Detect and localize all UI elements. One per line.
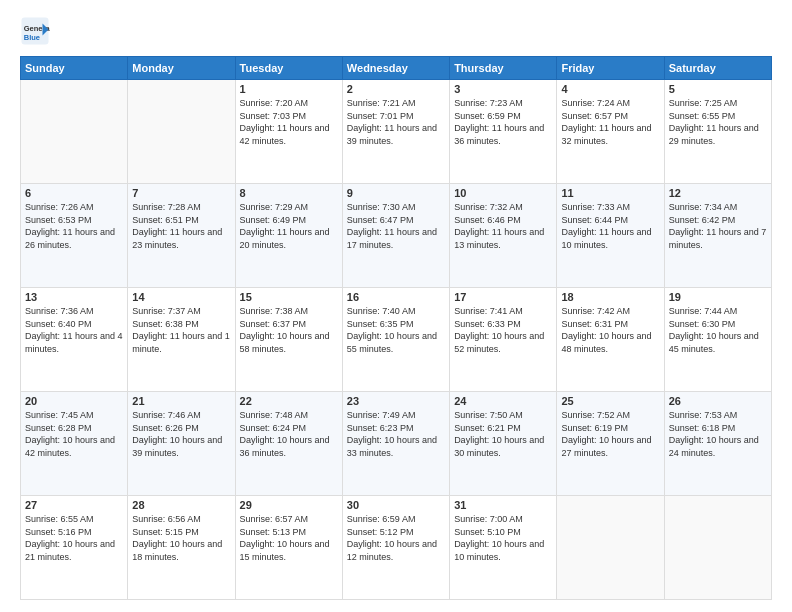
- day-info: Sunrise: 7:38 AM Sunset: 6:37 PM Dayligh…: [240, 305, 338, 355]
- day-number: 10: [454, 187, 552, 199]
- calendar-cell: 18Sunrise: 7:42 AM Sunset: 6:31 PM Dayli…: [557, 288, 664, 392]
- calendar-cell: [664, 496, 771, 600]
- day-number: 2: [347, 83, 445, 95]
- day-number: 24: [454, 395, 552, 407]
- calendar-week-4: 20Sunrise: 7:45 AM Sunset: 6:28 PM Dayli…: [21, 392, 772, 496]
- day-info: Sunrise: 7:25 AM Sunset: 6:55 PM Dayligh…: [669, 97, 767, 147]
- day-info: Sunrise: 7:00 AM Sunset: 5:10 PM Dayligh…: [454, 513, 552, 563]
- calendar-week-1: 1Sunrise: 7:20 AM Sunset: 7:03 PM Daylig…: [21, 80, 772, 184]
- weekday-header-sunday: Sunday: [21, 57, 128, 80]
- calendar-week-5: 27Sunrise: 6:55 AM Sunset: 5:16 PM Dayli…: [21, 496, 772, 600]
- day-info: Sunrise: 7:46 AM Sunset: 6:26 PM Dayligh…: [132, 409, 230, 459]
- day-info: Sunrise: 7:52 AM Sunset: 6:19 PM Dayligh…: [561, 409, 659, 459]
- calendar-cell: 27Sunrise: 6:55 AM Sunset: 5:16 PM Dayli…: [21, 496, 128, 600]
- calendar-week-3: 13Sunrise: 7:36 AM Sunset: 6:40 PM Dayli…: [21, 288, 772, 392]
- day-info: Sunrise: 7:37 AM Sunset: 6:38 PM Dayligh…: [132, 305, 230, 355]
- calendar-cell: 25Sunrise: 7:52 AM Sunset: 6:19 PM Dayli…: [557, 392, 664, 496]
- day-info: Sunrise: 7:20 AM Sunset: 7:03 PM Dayligh…: [240, 97, 338, 147]
- day-number: 23: [347, 395, 445, 407]
- day-info: Sunrise: 7:24 AM Sunset: 6:57 PM Dayligh…: [561, 97, 659, 147]
- day-number: 20: [25, 395, 123, 407]
- calendar-cell: 9Sunrise: 7:30 AM Sunset: 6:47 PM Daylig…: [342, 184, 449, 288]
- day-info: Sunrise: 6:56 AM Sunset: 5:15 PM Dayligh…: [132, 513, 230, 563]
- day-number: 8: [240, 187, 338, 199]
- calendar-cell: 14Sunrise: 7:37 AM Sunset: 6:38 PM Dayli…: [128, 288, 235, 392]
- header: General Blue: [20, 16, 772, 46]
- weekday-header-tuesday: Tuesday: [235, 57, 342, 80]
- weekday-header-thursday: Thursday: [450, 57, 557, 80]
- calendar-cell: 2Sunrise: 7:21 AM Sunset: 7:01 PM Daylig…: [342, 80, 449, 184]
- calendar-cell: [21, 80, 128, 184]
- calendar-cell: 3Sunrise: 7:23 AM Sunset: 6:59 PM Daylig…: [450, 80, 557, 184]
- day-number: 9: [347, 187, 445, 199]
- day-number: 28: [132, 499, 230, 511]
- calendar-cell: 11Sunrise: 7:33 AM Sunset: 6:44 PM Dayli…: [557, 184, 664, 288]
- calendar-cell: 19Sunrise: 7:44 AM Sunset: 6:30 PM Dayli…: [664, 288, 771, 392]
- calendar-cell: 31Sunrise: 7:00 AM Sunset: 5:10 PM Dayli…: [450, 496, 557, 600]
- calendar-cell: 4Sunrise: 7:24 AM Sunset: 6:57 PM Daylig…: [557, 80, 664, 184]
- day-number: 26: [669, 395, 767, 407]
- calendar-cell: 6Sunrise: 7:26 AM Sunset: 6:53 PM Daylig…: [21, 184, 128, 288]
- day-info: Sunrise: 6:57 AM Sunset: 5:13 PM Dayligh…: [240, 513, 338, 563]
- day-number: 12: [669, 187, 767, 199]
- day-info: Sunrise: 7:53 AM Sunset: 6:18 PM Dayligh…: [669, 409, 767, 459]
- day-info: Sunrise: 7:48 AM Sunset: 6:24 PM Dayligh…: [240, 409, 338, 459]
- day-info: Sunrise: 7:50 AM Sunset: 6:21 PM Dayligh…: [454, 409, 552, 459]
- page: General Blue SundayMondayTuesdayWednesda…: [0, 0, 792, 612]
- calendar-cell: 28Sunrise: 6:56 AM Sunset: 5:15 PM Dayli…: [128, 496, 235, 600]
- day-number: 16: [347, 291, 445, 303]
- calendar-cell: 12Sunrise: 7:34 AM Sunset: 6:42 PM Dayli…: [664, 184, 771, 288]
- day-info: Sunrise: 7:21 AM Sunset: 7:01 PM Dayligh…: [347, 97, 445, 147]
- day-info: Sunrise: 7:30 AM Sunset: 6:47 PM Dayligh…: [347, 201, 445, 251]
- calendar-cell: 1Sunrise: 7:20 AM Sunset: 7:03 PM Daylig…: [235, 80, 342, 184]
- day-info: Sunrise: 7:34 AM Sunset: 6:42 PM Dayligh…: [669, 201, 767, 251]
- day-info: Sunrise: 6:59 AM Sunset: 5:12 PM Dayligh…: [347, 513, 445, 563]
- calendar-cell: 8Sunrise: 7:29 AM Sunset: 6:49 PM Daylig…: [235, 184, 342, 288]
- day-number: 18: [561, 291, 659, 303]
- day-number: 30: [347, 499, 445, 511]
- day-number: 13: [25, 291, 123, 303]
- calendar-cell: 20Sunrise: 7:45 AM Sunset: 6:28 PM Dayli…: [21, 392, 128, 496]
- calendar-table: SundayMondayTuesdayWednesdayThursdayFrid…: [20, 56, 772, 600]
- logo-icon: General Blue: [20, 16, 50, 46]
- weekday-header-saturday: Saturday: [664, 57, 771, 80]
- day-number: 3: [454, 83, 552, 95]
- day-number: 7: [132, 187, 230, 199]
- calendar-cell: [128, 80, 235, 184]
- weekday-header-monday: Monday: [128, 57, 235, 80]
- day-number: 4: [561, 83, 659, 95]
- calendar-cell: 17Sunrise: 7:41 AM Sunset: 6:33 PM Dayli…: [450, 288, 557, 392]
- weekday-header-wednesday: Wednesday: [342, 57, 449, 80]
- day-number: 17: [454, 291, 552, 303]
- day-number: 21: [132, 395, 230, 407]
- svg-text:Blue: Blue: [24, 33, 40, 42]
- day-number: 14: [132, 291, 230, 303]
- calendar-cell: 5Sunrise: 7:25 AM Sunset: 6:55 PM Daylig…: [664, 80, 771, 184]
- day-info: Sunrise: 7:45 AM Sunset: 6:28 PM Dayligh…: [25, 409, 123, 459]
- day-number: 25: [561, 395, 659, 407]
- day-number: 5: [669, 83, 767, 95]
- calendar-cell: [557, 496, 664, 600]
- day-info: Sunrise: 7:33 AM Sunset: 6:44 PM Dayligh…: [561, 201, 659, 251]
- day-info: Sunrise: 7:36 AM Sunset: 6:40 PM Dayligh…: [25, 305, 123, 355]
- day-number: 11: [561, 187, 659, 199]
- calendar-cell: 24Sunrise: 7:50 AM Sunset: 6:21 PM Dayli…: [450, 392, 557, 496]
- day-info: Sunrise: 7:32 AM Sunset: 6:46 PM Dayligh…: [454, 201, 552, 251]
- day-number: 27: [25, 499, 123, 511]
- day-info: Sunrise: 7:44 AM Sunset: 6:30 PM Dayligh…: [669, 305, 767, 355]
- calendar-cell: 10Sunrise: 7:32 AM Sunset: 6:46 PM Dayli…: [450, 184, 557, 288]
- day-number: 22: [240, 395, 338, 407]
- day-number: 19: [669, 291, 767, 303]
- day-info: Sunrise: 6:55 AM Sunset: 5:16 PM Dayligh…: [25, 513, 123, 563]
- weekday-header-friday: Friday: [557, 57, 664, 80]
- day-number: 6: [25, 187, 123, 199]
- day-info: Sunrise: 7:28 AM Sunset: 6:51 PM Dayligh…: [132, 201, 230, 251]
- day-info: Sunrise: 7:23 AM Sunset: 6:59 PM Dayligh…: [454, 97, 552, 147]
- calendar-cell: 26Sunrise: 7:53 AM Sunset: 6:18 PM Dayli…: [664, 392, 771, 496]
- day-info: Sunrise: 7:29 AM Sunset: 6:49 PM Dayligh…: [240, 201, 338, 251]
- day-info: Sunrise: 7:26 AM Sunset: 6:53 PM Dayligh…: [25, 201, 123, 251]
- calendar-cell: 21Sunrise: 7:46 AM Sunset: 6:26 PM Dayli…: [128, 392, 235, 496]
- calendar-cell: 22Sunrise: 7:48 AM Sunset: 6:24 PM Dayli…: [235, 392, 342, 496]
- day-number: 31: [454, 499, 552, 511]
- day-info: Sunrise: 7:40 AM Sunset: 6:35 PM Dayligh…: [347, 305, 445, 355]
